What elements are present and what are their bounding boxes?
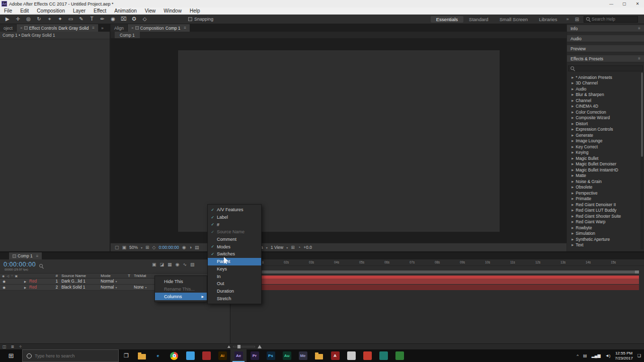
- view-layout-dropdown[interactable]: 1 View: [271, 245, 283, 250]
- zoom-tool-icon[interactable]: ◎: [25, 16, 32, 22]
- menu-animation[interactable]: Animation: [110, 8, 140, 14]
- effects-category-image-lounge[interactable]: ▶Image Lounge: [567, 138, 644, 144]
- effects-category-magic-bullet-instanthd[interactable]: ▶Magic Bullet InstantHD: [567, 167, 644, 173]
- effects-category-expression-controls[interactable]: ▶Expression Controls: [567, 127, 644, 133]
- workspace-essentials[interactable]: Essentials: [431, 16, 463, 23]
- effects-category-composite-wizard[interactable]: ▶Composite Wizard: [567, 115, 644, 121]
- workspace-standard[interactable]: Standard: [463, 16, 494, 23]
- info-panel-header[interactable]: Info ≡: [567, 25, 644, 32]
- close-tab-icon[interactable]: ×: [131, 26, 134, 30]
- context-menu-item-rename-this[interactable]: Rename This...: [155, 285, 207, 293]
- action-center-icon[interactable]: ❏: [637, 353, 641, 358]
- effects-category-audio[interactable]: ▶Audio: [567, 86, 644, 92]
- breadcrumb[interactable]: Comp 1 • Dark Gray Solid 1: [0, 32, 110, 39]
- columns-menu-item-duration[interactable]: Duration: [208, 288, 261, 295]
- magnification-dropdown[interactable]: 50%: [129, 245, 138, 250]
- always-preview-icon[interactable]: ▢: [115, 245, 119, 250]
- taskbar-adobe-app-red[interactable]: [198, 349, 214, 362]
- taskbar-clock[interactable]: 12:55 PM 7/23/2017: [615, 351, 633, 360]
- pan-behind-tool-icon[interactable]: ✦: [57, 16, 63, 22]
- effects-category-matte[interactable]: ▶Matte: [567, 173, 644, 179]
- work-area-bar[interactable]: [231, 270, 639, 274]
- panel-menu-icon[interactable]: ≡: [636, 56, 640, 61]
- rotation-tool-icon[interactable]: ↻: [36, 16, 42, 22]
- taskbar-microsoft-store[interactable]: [182, 349, 198, 362]
- effects-category-channel[interactable]: ▶Channel: [567, 98, 644, 104]
- main-viewer-icon[interactable]: ▣: [122, 245, 127, 250]
- composition-mini-flowchart-icon[interactable]: ▣: [152, 262, 156, 267]
- context-menu-item-columns[interactable]: Columns▶: [155, 293, 207, 300]
- roto-brush-tool-icon[interactable]: ✪: [131, 16, 137, 22]
- minimize-button[interactable]: —: [605, 0, 618, 8]
- shape-tool-icon[interactable]: ▭: [67, 16, 74, 22]
- number-column-header[interactable]: #: [49, 274, 60, 278]
- menu-effect[interactable]: Effect: [90, 8, 110, 14]
- hand-tool-icon[interactable]: ✛: [15, 16, 21, 22]
- pc-status-icon[interactable]: ▤: [583, 353, 587, 358]
- taskbar-app-light[interactable]: [343, 349, 359, 362]
- taskbar-search-input[interactable]: [35, 353, 105, 358]
- taskbar-audition[interactable]: Au: [279, 349, 295, 362]
- taskbar-acrobat[interactable]: A: [327, 349, 343, 362]
- layer-twirl-icon[interactable]: ▶: [24, 280, 29, 283]
- mode-column-header[interactable]: Mode: [100, 274, 128, 278]
- columns-menu-item-item[interactable]: ✓#: [208, 221, 261, 228]
- fast-previews-icon[interactable]: ◔: [298, 245, 300, 250]
- taskbar-after-effects[interactable]: Ae: [230, 349, 247, 362]
- effects-category-primatte[interactable]: ▶Primatte: [567, 196, 644, 202]
- columns-menu-item-source-name[interactable]: ✓Source Name: [208, 228, 261, 236]
- columns-menu-item-label[interactable]: ✓Label: [208, 214, 261, 221]
- taskbar-file-explorer[interactable]: [134, 349, 150, 362]
- layer-duration-bar-1[interactable]: [231, 279, 639, 284]
- current-time-display[interactable]: 0:00:00:00: [4, 261, 36, 268]
- layer-visibility-icon[interactable]: ◉: [0, 286, 8, 290]
- effects-category-red-giant-denoiser-ii[interactable]: ▶Red Giant Denoiser II: [567, 202, 644, 208]
- mask-visibility-icon[interactable]: ◇: [152, 245, 156, 250]
- columns-menu-item-parent[interactable]: Parent: [208, 258, 261, 265]
- panel-menu-icon[interactable]: ≡: [636, 26, 640, 31]
- pixel-aspect-icon[interactable]: ⊞: [291, 245, 295, 250]
- effects-category-generate[interactable]: ▶Generate: [567, 132, 644, 138]
- panel-menu-icon[interactable]: ≡: [182, 26, 187, 30]
- effects-category-cinema-4d[interactable]: ▶CINEMA 4D: [567, 104, 644, 110]
- workspace-small-screen[interactable]: Small Screen: [494, 16, 534, 23]
- taskbar-folder[interactable]: [311, 349, 327, 362]
- menu-edit[interactable]: Edit: [16, 8, 33, 14]
- show-channel-icon[interactable]: ◑: [189, 245, 192, 250]
- puppet-pin-tool-icon[interactable]: ◇: [141, 16, 148, 22]
- effects-category-rowbyte[interactable]: ▶Rowbyte: [567, 225, 644, 231]
- resolution-icon[interactable]: ▤: [195, 245, 199, 250]
- taskbar-app-green[interactable]: [391, 349, 408, 362]
- effects-category-color-correction[interactable]: ▶Color Correction: [567, 109, 644, 115]
- brush-tool-icon[interactable]: ✏: [99, 16, 106, 22]
- exposure-value[interactable]: +0.0: [303, 245, 312, 250]
- effects-category-distort[interactable]: ▶Distort: [567, 121, 644, 127]
- workspace-overflow-icon[interactable]: »: [563, 17, 573, 22]
- effects-search[interactable]: [568, 65, 643, 71]
- panel-menu-icon[interactable]: ≡: [90, 26, 95, 30]
- tab-composition[interactable]: × Composition Comp 1 ≡: [128, 24, 190, 32]
- taskbar-app-teal[interactable]: [375, 349, 391, 362]
- switches-modes-toggle-icon[interactable]: ✧: [19, 344, 22, 349]
- columns-menu-item-keys[interactable]: Keys: [208, 265, 261, 273]
- tab-effect-controls[interactable]: × Effect Controls Dark Gray Solid ≡: [17, 24, 98, 32]
- comp-marker-bin-icon[interactable]: ◫: [3, 344, 7, 349]
- time-ruler[interactable]: 0s01s02s03s04s05s06s07s08s09s10s11s12s13…: [230, 259, 644, 266]
- close-tab-icon[interactable]: ×: [20, 26, 23, 30]
- type-tool-icon[interactable]: T: [89, 16, 95, 22]
- taskbar-illustrator[interactable]: Ai: [214, 349, 230, 362]
- effects-category-simulation[interactable]: ▶Simulation: [567, 231, 644, 237]
- effects-category-magic-bullet[interactable]: ▶Magic Bullet: [567, 155, 644, 161]
- pen-tool-icon[interactable]: ✎: [78, 16, 85, 22]
- graph-editor-icon[interactable]: ∿: [183, 262, 187, 267]
- preserve-transparency-column-header[interactable]: T: [128, 274, 134, 278]
- tab-timeline-comp1[interactable]: Comp 1 ≡: [9, 252, 42, 259]
- layer-label-chip[interactable]: Red: [29, 285, 49, 290]
- effects-category-red-giant-lut-buddy[interactable]: ▶Red Giant LUT Buddy: [567, 208, 644, 214]
- help-search[interactable]: [584, 16, 638, 23]
- menu-layer[interactable]: Layer: [69, 8, 90, 14]
- work-area-end-handle[interactable]: [635, 270, 639, 274]
- effects-category-red-giant-shooter-suite[interactable]: ▶Red Giant Shooter Suite: [567, 213, 644, 219]
- frame-blending-icon[interactable]: ▦: [168, 262, 172, 267]
- effects-category-text[interactable]: ▶Text: [567, 242, 644, 248]
